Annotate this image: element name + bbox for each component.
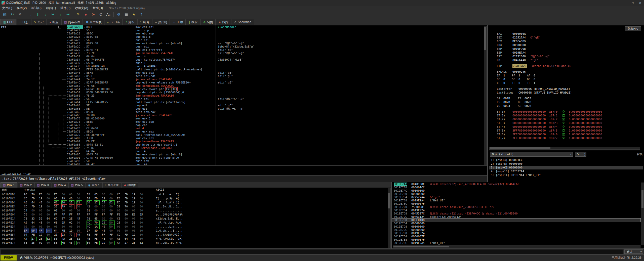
stack-h-scrollbar[interactable] bbox=[393, 245, 640, 248]
register-value[interactable]: 0000000A bbox=[512, 32, 526, 35]
flag-value[interactable]: 0 bbox=[503, 77, 512, 81]
run-icon[interactable]: → bbox=[27, 11, 34, 18]
tab-CPU[interactable]: ▦CPU bbox=[1, 19, 16, 25]
dump-row[interactable]: 0019FE5404FE190021237749FEFFFFFFCCFD1900… bbox=[0, 233, 388, 237]
dump-row[interactable]: 0019FE64A4272502504A25024BFB4300A0644600… bbox=[0, 237, 388, 241]
register-value[interactable]: 02252068 bbox=[512, 55, 526, 58]
dump-row[interactable]: 0019FE3400000000000000004C1A400000000000… bbox=[0, 225, 388, 229]
tab-笔记[interactable]: ✎笔记 bbox=[31, 19, 46, 25]
search-icon[interactable]: ⊙ bbox=[97, 11, 104, 18]
help-icon[interactable]: ? bbox=[138, 11, 145, 18]
argument-row[interactable]: 4: [esp+10] 022527A4 bbox=[489, 169, 643, 173]
tab-符号[interactable]: Σ符号 bbox=[137, 19, 152, 25]
stack-row[interactable]: 0019E7D800000000 bbox=[392, 225, 640, 228]
dump-row[interactable]: 0019FDD4A064460068202502C0272502ECFD1900… bbox=[0, 201, 388, 205]
tab-内存 5[interactable]: ▤内存 5 bbox=[68, 182, 85, 188]
stack-row[interactable]: 0019E7B000000000 bbox=[392, 192, 640, 196]
stack-row[interactable]: 0019E7C075B0DC81返回到 kernelbase.sub_75B0D… bbox=[392, 205, 640, 209]
registers-h-scrollbar[interactable] bbox=[489, 147, 640, 150]
tab-源代码[interactable]: ‹›源代码 bbox=[152, 19, 170, 25]
tab-断点[interactable]: ●断点 bbox=[47, 19, 61, 25]
disassembly-pane[interactable]: 75AF2A20.8BFFmov edi,ediCloseHandle75AF2… bbox=[0, 25, 488, 165]
tab-跟踪[interactable]: ➤跟踪 bbox=[216, 19, 231, 25]
close-button[interactable]: ✕ bbox=[636, 0, 644, 6]
argument-count-spinner[interactable]: 5▴▾ bbox=[575, 152, 586, 157]
maximize-button[interactable]: □ bbox=[629, 0, 636, 6]
register-value[interactable]: 004664A0 bbox=[512, 59, 526, 62]
registers-pane[interactable]: 隐藏FPU EAX0000000AEBX022527A4&"'gE"ECXDEE… bbox=[488, 25, 644, 151]
scrollbar-thumb[interactable] bbox=[388, 193, 390, 208]
open-file-icon[interactable]: ▨ bbox=[1, 11, 8, 18]
tab-内存 3[interactable]: ▤内存 3 bbox=[34, 182, 51, 188]
step-out-icon[interactable]: ↑ bbox=[57, 11, 64, 18]
register-value[interactable]: 022527A4 bbox=[512, 36, 526, 39]
scrollbar-thumb[interactable] bbox=[641, 190, 643, 208]
tab-内存 4[interactable]: ▤内存 4 bbox=[52, 182, 68, 188]
flag-value[interactable]: 0 bbox=[518, 77, 527, 81]
favorites-icon[interactable]: ★ bbox=[130, 11, 137, 18]
tab-日志[interactable]: ≡日志 bbox=[17, 19, 31, 25]
dump-row[interactable]: 0019FE44EF0F4F0064FE1900978D450000000000… bbox=[0, 229, 388, 233]
stack-arguments-pane[interactable]: 默认 (stdcall)▾ 5▴▾ 解锁 1: [esp+4] 000001CC… bbox=[488, 151, 644, 182]
dump-row[interactable]: 0019FDF424000000010000000100000000000000… bbox=[0, 209, 388, 213]
register-value[interactable]: 00000246 bbox=[512, 70, 526, 73]
stack-row[interactable]: 0019E7D0005E0A08 bbox=[392, 219, 640, 222]
memory-map-icon[interactable]: ▦ bbox=[123, 11, 130, 18]
settings-icon[interactable]: ⚙ bbox=[115, 11, 122, 18]
menu-item[interactable]: 调试(D) bbox=[29, 6, 44, 10]
tab-局部变量[interactable]: ≡局部变量 bbox=[102, 182, 121, 188]
register-value[interactable]: DEECA3B9 bbox=[512, 40, 526, 43]
scrollbar-thumb[interactable] bbox=[490, 147, 550, 149]
stack-row[interactable]: 0019E7DC00000000 bbox=[392, 228, 640, 232]
register-value[interactable]: 00500000 bbox=[512, 44, 526, 47]
tab-SEH链[interactable]: ∞SEH链 bbox=[105, 19, 123, 25]
calling-convention-dropdown[interactable]: 默认 (stdcall)▾ bbox=[490, 152, 573, 157]
stack-row[interactable]: 0019E7A400401D8C返回到 daxxor(32).sub_401B9… bbox=[392, 183, 640, 186]
tab-句柄[interactable]: ⊕句柄 bbox=[200, 19, 216, 25]
trace-icon[interactable]: ➤ bbox=[90, 11, 97, 18]
menu-item[interactable]: 视图(V) bbox=[14, 6, 29, 10]
breakpoint-icon[interactable]: ● bbox=[82, 11, 89, 18]
stack-row[interactable]: 0019E7B80019E9A4L"Hei_UI" bbox=[392, 199, 640, 202]
tab-脚本[interactable]: ƒ脚本 bbox=[123, 19, 137, 25]
menu-item[interactable]: 文件(F) bbox=[0, 6, 14, 10]
step-over-icon[interactable]: ↪ bbox=[49, 11, 56, 18]
stack-scrollbar[interactable] bbox=[641, 183, 644, 245]
minimize-button[interactable]: – bbox=[621, 0, 629, 6]
menu-item[interactable]: 插件(P) bbox=[58, 6, 73, 10]
tab-调用堆栈[interactable]: ≣调用堆栈 bbox=[83, 19, 104, 25]
dump-row[interactable]: 0019FDE4CCFD1900337900004200000031700000… bbox=[0, 205, 388, 209]
flag-value[interactable]: 0 bbox=[518, 81, 527, 85]
hide-fpu-button[interactable]: 隐藏FPU bbox=[625, 26, 641, 31]
step-into-icon[interactable]: ↓ bbox=[42, 11, 49, 18]
stack-row[interactable]: 0019E7C80045397C返回到 daxxor(32).sub_4538A… bbox=[392, 212, 640, 215]
flag-value[interactable]: 0 bbox=[534, 77, 542, 81]
restart-icon[interactable]: ↻ bbox=[9, 11, 16, 18]
register-value[interactable]: 0019E7A4 bbox=[512, 51, 526, 54]
argument-row[interactable]: 5: [esp+14] 0019E9A4 L"Hei_UI" bbox=[489, 173, 643, 177]
tab-引用[interactable]: ↔引用 bbox=[170, 19, 186, 25]
stack-row[interactable]: 0019E7E00019E924 bbox=[392, 232, 640, 235]
stack-row[interactable]: 0019E7E40000007F bbox=[392, 235, 640, 238]
menu-item[interactable]: 跟踪(T) bbox=[44, 6, 58, 10]
unlock-button[interactable]: 解锁 bbox=[637, 152, 642, 157]
scrollbar-thumb[interactable] bbox=[393, 246, 449, 247]
flag-value[interactable]: 1 bbox=[518, 74, 527, 77]
memory-dump-pane[interactable]: 地址 十六进制 ASCII 0019FDB49070F000E3000000E8… bbox=[0, 188, 392, 248]
tab-Snowman[interactable]: ☃Snowman bbox=[231, 19, 254, 25]
eip-value[interactable]: 75AF2A20 bbox=[512, 64, 527, 68]
dump-row[interactable]: 0019FE0470000000FFFFFFFFFFFFFFFFFB50E325… bbox=[0, 213, 388, 217]
stack-pane[interactable]: 0019E7A400401D8C返回到 daxxor(32).sub_401B9… bbox=[392, 182, 644, 248]
dump-row[interactable]: 0019FE147833326462672E4578450000C9000000… bbox=[0, 217, 388, 221]
flag-value[interactable]: 1 bbox=[534, 81, 542, 85]
command-input[interactable] bbox=[1, 249, 623, 254]
menu-item[interactable]: 帮助(H) bbox=[90, 6, 105, 10]
stack-row[interactable]: 0019E7A8000001CC bbox=[392, 186, 640, 189]
stack-row[interactable]: 0019E7BC0000007F bbox=[392, 202, 640, 205]
stack-row[interactable]: 0019E7B4022527A4&"'gE" bbox=[392, 196, 640, 199]
tab-内存布局[interactable]: ▤内存布局 bbox=[61, 19, 83, 25]
tab-内存 2[interactable]: ▤内存 2 bbox=[18, 182, 34, 188]
run-to-cursor-icon[interactable]: ⇥ bbox=[64, 11, 71, 18]
stack-row[interactable]: 0019E7E80000007F bbox=[392, 238, 640, 241]
dump-row[interactable]: 0019FDB49070F000E3000000E8030000CCFD1900… bbox=[0, 193, 388, 197]
